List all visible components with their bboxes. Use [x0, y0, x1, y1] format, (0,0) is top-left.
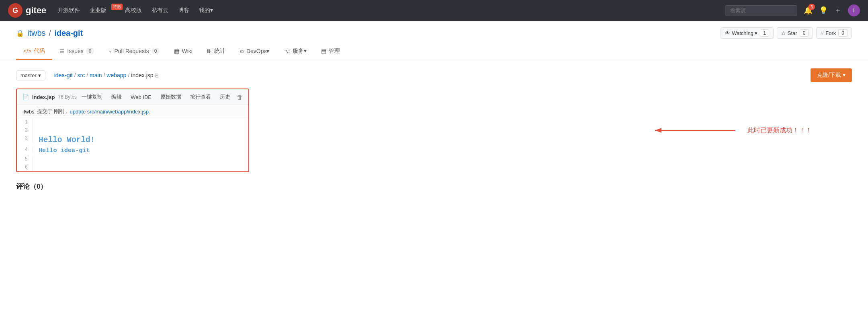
- watching-button[interactable]: 👁 Watching ▾ 1: [721, 27, 774, 39]
- file-name-area: 📄 index.jsp 76 Bytes: [23, 94, 77, 100]
- line-content: [33, 163, 248, 166]
- fork-button[interactable]: ⑂ Fork 0: [816, 27, 852, 39]
- file-name: index.jsp: [32, 94, 55, 100]
- nav-blog[interactable]: 博客: [178, 7, 189, 14]
- copy-icon[interactable]: ⎘: [155, 72, 158, 78]
- code-icon: </>: [23, 48, 31, 54]
- tab-issues[interactable]: ☰ Issues 0: [52, 43, 101, 60]
- content: 🔒 itwbs / idea-git 👁 Watching ▾ 1 ☆ Star…: [0, 21, 868, 313]
- repo-name[interactable]: idea-git: [54, 29, 83, 38]
- bulb-icon[interactable]: 💡: [819, 6, 828, 15]
- lineview-button[interactable]: 按行查看: [188, 93, 213, 101]
- logo[interactable]: G gitee: [8, 3, 46, 18]
- eye-icon: 👁: [725, 30, 730, 36]
- annotation-area: 此时已更新成功！！！: [651, 122, 812, 138]
- line-number: 3: [17, 134, 33, 142]
- nav-enterprise[interactable]: 企业版 特惠: [90, 7, 115, 14]
- nav-private[interactable]: 私有云: [151, 7, 168, 14]
- pr-icon: ⑂: [108, 48, 112, 54]
- code-line: 4 Hello idea-git: [17, 146, 248, 155]
- tab-services[interactable]: ⌥ 服务▾: [276, 43, 314, 60]
- lock-icon: 🔒: [16, 29, 24, 37]
- repo-tabs: </> 代码 ☰ Issues 0 ⑂ Pull Requests 0 ▦ Wi…: [16, 43, 852, 60]
- services-icon: ⌥: [284, 48, 290, 54]
- file-header: 📄 index.jsp 76 Bytes 一键复制 编辑 Web IDE 原始数…: [17, 89, 248, 105]
- tab-stats[interactable]: ⊪ 统计: [200, 43, 233, 60]
- chevron-down-icon: ▾: [38, 72, 41, 78]
- notification-badge: 3: [809, 4, 815, 10]
- breadcrumb-file: index.jsp: [131, 72, 153, 78]
- file-icon: 📄: [23, 94, 29, 100]
- commit-author[interactable]: itwbs: [23, 109, 35, 115]
- navbar: G gitee 开源软件 企业版 特惠 高校版 私有云 博客 我的▾ 🔔 3 💡: [0, 0, 868, 21]
- webide-button[interactable]: Web IDE: [128, 93, 154, 101]
- delete-icon[interactable]: 🗑: [237, 94, 243, 101]
- fork-count: 0: [838, 29, 848, 37]
- line-number: 6: [17, 163, 33, 171]
- star-button[interactable]: ☆ Star 0: [777, 27, 813, 39]
- clone-button[interactable]: 克隆/下载 ▾: [811, 68, 852, 82]
- issues-count: 0: [86, 48, 94, 54]
- annotation-text: 此时已更新成功！！！: [747, 126, 812, 135]
- notification-icon[interactable]: 🔔 3: [804, 6, 813, 15]
- commit-message[interactable]: update src/main/webapp/index.jsp.: [70, 109, 150, 115]
- comments-section: 评论（0）: [16, 182, 852, 191]
- devops-icon: ∞: [240, 48, 244, 54]
- tab-wiki[interactable]: ▦ Wiki: [167, 43, 199, 60]
- line-number: 2: [17, 126, 33, 134]
- breadcrumb-src[interactable]: src: [78, 72, 85, 78]
- navbar-right: 🔔 3 💡 ＋ I: [725, 4, 860, 16]
- avatar[interactable]: I: [848, 4, 860, 16]
- manage-icon: ▤: [321, 48, 326, 54]
- repo-actions: 👁 Watching ▾ 1 ☆ Star 0 ⑂ Fork 0: [721, 27, 852, 39]
- pr-count: 0: [151, 48, 160, 54]
- nav-university[interactable]: 高校版: [125, 7, 142, 14]
- file-viewer: 📄 index.jsp 76 Bytes 一键复制 编辑 Web IDE 原始数…: [16, 89, 249, 172]
- star-count: 0: [800, 29, 809, 37]
- repo-title-row: 🔒 itwbs / idea-git 👁 Watching ▾ 1 ☆ Star…: [16, 27, 852, 39]
- line-number: 5: [17, 155, 33, 163]
- line-number: 1: [17, 118, 33, 126]
- breadcrumb-repo[interactable]: idea-git: [54, 72, 73, 78]
- breadcrumb: idea-git / src / main / webapp / index.j…: [54, 72, 158, 78]
- main-body: master ▾ idea-git / src / main / webapp …: [0, 60, 868, 203]
- code-line: 1: [17, 118, 248, 126]
- history-button[interactable]: 历史: [217, 93, 233, 101]
- repo-owner[interactable]: itwbs: [27, 29, 46, 38]
- breadcrumb-webapp[interactable]: webapp: [106, 72, 126, 78]
- code-line: 3 Hello World!: [17, 134, 248, 146]
- repo-title: 🔒 itwbs / idea-git: [16, 29, 83, 38]
- branch-selector[interactable]: master ▾: [16, 70, 45, 80]
- branch-name: master: [20, 72, 37, 78]
- code-line: 6: [17, 163, 248, 171]
- tab-code[interactable]: </> 代码: [16, 43, 52, 60]
- tab-pullrequests[interactable]: ⑂ Pull Requests 0: [101, 43, 167, 60]
- issues-icon: ☰: [59, 48, 65, 54]
- code-line: 2: [17, 126, 248, 134]
- nav-mine[interactable]: 我的▾: [199, 7, 213, 14]
- enterprise-badge: 特惠: [111, 4, 123, 10]
- tab-manage[interactable]: ▤ 管理: [314, 43, 347, 60]
- search-input[interactable]: [725, 5, 797, 16]
- line-number: 4: [17, 146, 33, 154]
- copy-all-button[interactable]: 一键复制: [79, 93, 105, 101]
- fork-icon: ⑂: [821, 30, 824, 36]
- add-icon[interactable]: ＋: [834, 6, 841, 15]
- logo-icon: G: [8, 3, 23, 18]
- line-content: [33, 155, 248, 158]
- repo-header: 🔒 itwbs / idea-git 👁 Watching ▾ 1 ☆ Star…: [0, 21, 868, 60]
- commit-info: itwbs 提交于 刚刚 . update src/main/webapp/in…: [17, 105, 248, 118]
- arrow-svg: [651, 122, 739, 138]
- watching-count: 1: [760, 29, 769, 37]
- navbar-links: 开源软件 企业版 特惠 高校版 私有云 博客 我的▾: [57, 7, 714, 14]
- breadcrumb-main[interactable]: main: [90, 72, 102, 78]
- comments-title: 评论（0）: [16, 182, 852, 191]
- line-content: Hello idea-git: [33, 146, 248, 155]
- nav-opensource[interactable]: 开源软件: [57, 7, 80, 14]
- line-content: [33, 118, 248, 121]
- file-size: 76 Bytes: [58, 94, 77, 100]
- edit-button[interactable]: 编辑: [109, 93, 124, 101]
- line-content: Hello World!: [33, 134, 248, 146]
- raw-button[interactable]: 原始数据: [158, 93, 184, 101]
- tab-devops[interactable]: ∞ DevOps▾: [233, 43, 277, 60]
